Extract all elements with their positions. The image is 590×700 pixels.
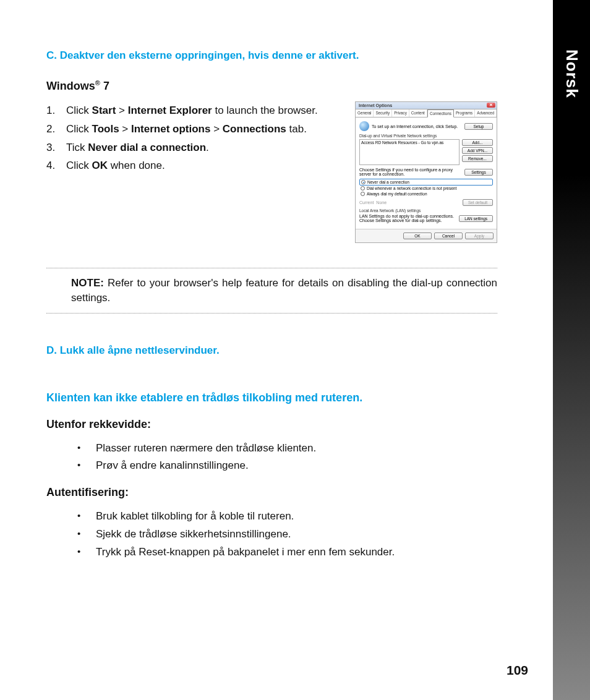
registered-mark: ® xyxy=(95,79,100,87)
step-3: Tick Never dial a connection. xyxy=(46,139,344,157)
dialog-footer: OK Cancel Apply xyxy=(356,229,497,242)
dial-radio-group: Never dial a connection Dial whenever a … xyxy=(359,179,493,197)
add-button[interactable]: Add... xyxy=(462,139,493,146)
settings-button[interactable]: Settings xyxy=(464,169,493,176)
bold-tools: Tools xyxy=(92,123,119,135)
dialog-title-text: Internet Options xyxy=(359,103,392,108)
text: > xyxy=(210,123,222,135)
text: . xyxy=(206,142,209,153)
side-tab-label: Norsk xyxy=(562,49,581,98)
globe-icon xyxy=(359,121,369,131)
list-item: Bruk kablet tilkobling for å koble til r… xyxy=(77,508,497,526)
radio-label: Dial whenever a network connection is no… xyxy=(367,186,456,190)
tab-security[interactable]: Security xyxy=(374,109,392,117)
lan-hint: LAN Settings do not apply to dial-up con… xyxy=(359,214,456,223)
text: Click xyxy=(66,160,92,171)
current-value: None xyxy=(376,200,460,205)
text: when done. xyxy=(108,160,165,171)
step-2: Click Tools > Internet options > Connect… xyxy=(46,120,344,139)
page-number: 109 xyxy=(507,663,528,678)
note-body: Refer to your browser's help feature for… xyxy=(71,277,497,304)
bold-connections: Connections xyxy=(223,123,286,135)
text: > xyxy=(116,105,127,116)
current-label: Current xyxy=(359,200,374,205)
authentication-heading: Autentifisering: xyxy=(46,486,497,499)
list-item[interactable]: Access RD Network Resources - Go to vpn.… xyxy=(361,140,458,145)
bold-options: Internet options xyxy=(131,123,210,135)
cancel-button[interactable]: Cancel xyxy=(434,233,463,239)
set-default-button[interactable]: Set default xyxy=(463,199,493,206)
setup-text: To set up an Internet connection, click … xyxy=(372,124,462,129)
out-of-range-heading: Utenfor rekkevidde: xyxy=(46,418,497,431)
list-item: Prøv å endre kanalinnstillingene. xyxy=(77,457,497,475)
authentication-list: Bruk kablet tilkobling for å koble til r… xyxy=(46,508,497,561)
note-block: NOTE: Refer to your browser's help featu… xyxy=(46,268,497,314)
bold-ok: OK xyxy=(92,160,108,171)
tab-advanced[interactable]: Advanced xyxy=(475,109,497,117)
lan-section-label: Local Area Network (LAN) settings xyxy=(359,208,493,213)
os-version: 7 xyxy=(100,80,109,92)
radio-icon xyxy=(361,192,365,196)
settings-hint: Choose Settings if you need to configure… xyxy=(359,168,462,176)
os-name: Windows xyxy=(46,80,95,92)
text: Click xyxy=(66,105,92,116)
note-text: NOTE: Refer to your browser's help featu… xyxy=(46,276,497,305)
bold-start: Start xyxy=(92,105,116,116)
radio-icon xyxy=(361,180,366,184)
tab-content[interactable]: Content xyxy=(409,109,427,117)
bold-neverdial: Never dial a connection xyxy=(88,142,206,153)
page-content: C. Deaktver den eksterne oppringingen, h… xyxy=(0,0,553,586)
dialup-section-label: Dial-up and Virtual Private Network sett… xyxy=(359,134,493,138)
tab-programs[interactable]: Programs xyxy=(454,109,475,117)
instruction-steps: Click Start > Internet Explorer to launc… xyxy=(46,101,344,175)
add-vpn-button[interactable]: Add VPN... xyxy=(462,147,493,154)
text: > xyxy=(119,123,131,135)
step-4: Click OK when done. xyxy=(46,156,344,175)
wireless-issue-heading: Klienten kan ikke etablere en trådløs ti… xyxy=(46,391,497,404)
close-icon[interactable]: ✕ xyxy=(487,103,495,108)
text: to launch the browser. xyxy=(212,105,318,116)
os-heading: Windows® 7 xyxy=(46,79,497,93)
list-item: Sjekk de trådløse sikkerhetsinnstillinge… xyxy=(77,526,497,544)
radio-label: Always dial my default connection xyxy=(367,192,427,196)
ok-button[interactable]: OK xyxy=(403,233,432,239)
out-of-range-list: Plasser ruteren nærmere den trådløse kli… xyxy=(46,440,497,476)
radio-never-dial[interactable]: Never dial a connection xyxy=(359,179,493,186)
text: tab. xyxy=(286,123,307,135)
text: Tick xyxy=(66,142,88,153)
setup-button[interactable]: Setup xyxy=(464,123,493,130)
tab-connections[interactable]: Connections xyxy=(427,109,454,117)
radio-dial-whenever[interactable]: Dial whenever a network connection is no… xyxy=(359,186,493,191)
lan-settings-button[interactable]: LAN settings xyxy=(459,215,493,222)
dialog-title-bar: Internet Options ✕ xyxy=(356,102,497,109)
language-side-tab: Norsk xyxy=(553,0,590,700)
step-1: Click Start > Internet Explorer to launc… xyxy=(46,101,344,120)
list-item: Trykk på Reset-knappen på bakpanelet i m… xyxy=(77,544,497,561)
list-item: Plasser ruteren nærmere den trådløse kli… xyxy=(77,440,497,458)
connections-listbox[interactable]: Access RD Network Resources - Go to vpn.… xyxy=(359,139,460,165)
section-d-heading: D. Lukk alle åpne nettleservinduer. xyxy=(46,344,497,357)
radio-label: Never dial a connection xyxy=(367,180,409,184)
radio-icon xyxy=(361,186,365,190)
tab-general[interactable]: General xyxy=(356,109,374,117)
section-c-heading: C. Deaktver den eksterne oppringingen, h… xyxy=(46,49,497,62)
note-label: NOTE: xyxy=(71,277,108,289)
remove-button[interactable]: Remove... xyxy=(462,155,493,162)
dialog-tabs: General Security Privacy Content Connect… xyxy=(356,109,497,117)
apply-button[interactable]: Apply xyxy=(465,233,494,239)
radio-always-dial[interactable]: Always dial my default connection xyxy=(359,191,493,197)
internet-options-dialog: Internet Options ✕ General Security Priv… xyxy=(355,101,497,243)
text: Click xyxy=(66,123,92,135)
bold-ie: Internet Explorer xyxy=(128,105,212,116)
tab-privacy[interactable]: Privacy xyxy=(392,109,409,117)
dialog-body: To set up an Internet connection, click … xyxy=(356,117,497,229)
